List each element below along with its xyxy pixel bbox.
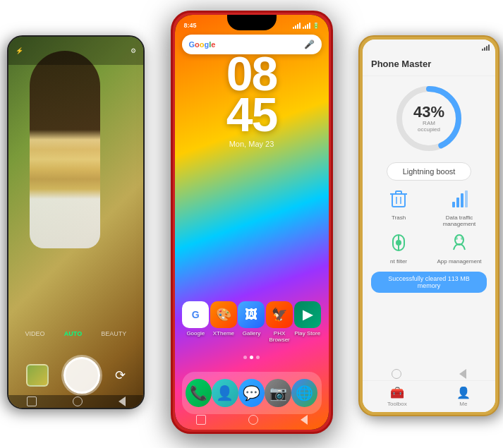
svg-rect-10 [465, 190, 468, 207]
pm-feature-data-traffic[interactable]: Data traffic management [432, 189, 487, 227]
home-apps-grid: G Google 🎨 XTheme 🖼 Gallery 🦅 PHX [175, 301, 329, 349]
page-dot-1[interactable] [243, 356, 247, 359]
lightning-boost-button[interactable]: Lightning boost [387, 162, 471, 181]
google-mic-icon[interactable]: 🎤 [304, 40, 315, 49]
xtheme-app-icon: 🎨 [210, 301, 237, 328]
cleared-message: Successfully cleared 113 MB memory [371, 272, 487, 293]
svg-rect-8 [456, 198, 459, 207]
pm-status-bar [363, 40, 495, 54]
battery-icon: 🔋 [313, 23, 320, 29]
camera-switch-icon[interactable]: ⟳ [115, 368, 126, 383]
svg-point-17 [461, 237, 463, 240]
me-icon: 👤 [456, 386, 471, 399]
camera-gallery-thumbnail[interactable] [26, 364, 49, 387]
pm-nav-me[interactable]: 👤 Me [456, 386, 471, 407]
svg-rect-2 [392, 194, 405, 207]
clock-date: Mon, May 23 [175, 140, 329, 148]
nav-home-button[interactable] [73, 396, 83, 406]
nav-back-button[interactable] [119, 396, 126, 406]
dock-chrome-icon[interactable]: 🌐 [291, 379, 318, 407]
app-icon-xtheme[interactable]: 🎨 XTheme [210, 301, 237, 343]
google-logo: Google [189, 40, 216, 49]
app-icon-phx[interactable]: 🦅 PHX Browser [266, 301, 293, 343]
camera-mode-beauty[interactable]: BEAUTY [101, 330, 126, 337]
signal-icon [293, 23, 301, 29]
camera-flash-icon: ⚡ [16, 47, 23, 54]
svg-rect-7 [452, 202, 455, 207]
phx-app-icon: 🦅 [266, 301, 293, 328]
phone-right: Phone Master 43% RAM occupied [358, 35, 499, 416]
nav-square-button[interactable] [27, 396, 37, 406]
phone-master-screen: Phone Master 43% RAM occupied [363, 40, 495, 412]
pm-bottom-nav: 🧰 Toolbox 👤 Me [363, 380, 495, 412]
app-icon-gallery[interactable]: 🖼 Gallery [238, 301, 265, 343]
pm-features-grid: Trash Data traffic management [371, 189, 487, 265]
ram-circle-text: 43% RAM occupied [411, 104, 447, 133]
svg-rect-9 [461, 193, 463, 207]
playstore-app-label: Play Store [294, 330, 320, 337]
phx-app-label: PHX Browser [266, 330, 293, 343]
phone-master-header: Phone Master [363, 54, 495, 76]
home-nav [175, 413, 329, 426]
camera-top-bar: ⚡ ⚙ [8, 37, 143, 65]
app-management-icon [451, 233, 468, 256]
camera-screen: ⚡ ⚙ VIDEO AUTO BEAUTY ⟳ [8, 37, 143, 408]
home-screen: 8:45 🔋 [175, 15, 329, 430]
pm-nav-back[interactable] [459, 369, 466, 379]
home-nav-home[interactable] [248, 415, 258, 425]
home-clock: 08 45 Mon, May 23 [175, 54, 329, 148]
filter-label: nt filter [390, 258, 407, 265]
app-management-label: App management [437, 258, 481, 265]
pm-feature-app-management[interactable]: App management [432, 233, 487, 265]
trash-icon [390, 189, 407, 212]
page-dot-2[interactable] [250, 356, 253, 359]
camera-preview [8, 37, 143, 408]
phones-container: ⚡ ⚙ VIDEO AUTO BEAUTY ⟳ [0, 0, 503, 448]
status-icons: 🔋 [293, 23, 320, 29]
notch [227, 15, 277, 30]
status-time: 8:45 [184, 22, 197, 29]
pm-nav-toolbox[interactable]: 🧰 Toolbox [387, 386, 407, 407]
pm-signal-icon [482, 44, 490, 51]
pm-feature-filter[interactable]: nt filter [371, 233, 426, 265]
camera-settings-icon: ⚙ [131, 47, 136, 54]
ram-usage-circle: 43% RAM occupied [394, 83, 464, 154]
svg-rect-4 [396, 191, 401, 194]
trash-label: Trash [392, 214, 406, 221]
app-icon-playstore[interactable]: ▶ Play Store [294, 301, 321, 343]
dock-phone-icon[interactable]: 📞 [186, 379, 212, 407]
dock-contacts-icon[interactable]: 👤 [212, 379, 238, 407]
home-page-dots [175, 356, 329, 359]
google-app-label: Google [186, 330, 205, 337]
playstore-app-icon: ▶ [294, 301, 321, 328]
pm-feature-trash[interactable]: Trash [371, 189, 426, 227]
me-label: Me [459, 401, 467, 407]
home-nav-back[interactable] [301, 415, 308, 425]
gallery-app-icon: 🖼 [238, 301, 265, 328]
pm-nav-home[interactable] [392, 369, 401, 379]
dock-messages-icon[interactable]: 💬 [238, 379, 265, 407]
data-traffic-label: Data traffic management [432, 214, 487, 227]
wifi-icon [303, 23, 310, 29]
camera-bottom-nav [8, 395, 143, 408]
toolbox-icon: 🧰 [390, 386, 404, 399]
clock-minutes: 45 [175, 95, 329, 135]
phone-left: ⚡ ⚙ VIDEO AUTO BEAUTY ⟳ [7, 35, 145, 409]
page-dot-3[interactable] [256, 356, 260, 359]
ram-label: RAM occupied [411, 120, 447, 133]
phone-master-content: 43% RAM occupied Lightning boost [363, 76, 495, 305]
camera-mode-video[interactable]: VIDEO [25, 330, 45, 337]
svg-point-12 [396, 240, 401, 246]
camera-controls: ⟳ [8, 357, 143, 394]
app-icon-google[interactable]: G Google [182, 301, 209, 343]
home-nav-square[interactable] [196, 415, 206, 425]
camera-mode-auto[interactable]: AUTO [64, 330, 82, 337]
gallery-app-label: Gallery [243, 330, 260, 337]
ram-percent-value: 43% [411, 104, 447, 120]
apps-row-1: G Google 🎨 XTheme 🖼 Gallery 🦅 PHX [182, 301, 322, 343]
camera-shutter-button[interactable] [63, 357, 100, 394]
toolbox-label: Toolbox [387, 401, 407, 407]
home-dock: 📞 👤 💬 📷 🌐 [182, 372, 322, 414]
svg-point-16 [455, 237, 458, 240]
dock-camera-icon[interactable]: 📷 [265, 379, 291, 407]
